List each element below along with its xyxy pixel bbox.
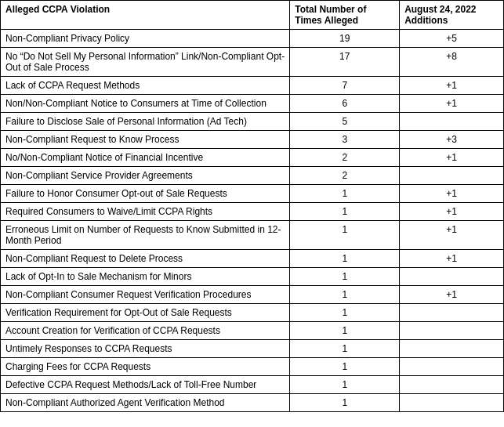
additions-cell: +1 (400, 149, 504, 167)
violation-cell: Non-Compliant Service Provider Agreement… (1, 167, 290, 185)
additions-cell: +1 (400, 203, 504, 221)
violation-cell: Account Creation for Verification of CCP… (1, 322, 290, 340)
additions-cell: +1 (400, 185, 504, 203)
violation-cell: Non-Compliant Authorized Agent Verificat… (1, 394, 290, 412)
additions-cell: +1 (400, 221, 504, 250)
violation-cell: Required Consumers to Waive/Limit CCPA R… (1, 203, 290, 221)
total-cell: 1 (290, 221, 400, 250)
total-cell: 1 (290, 340, 400, 358)
total-cell: 1 (290, 185, 400, 203)
total-cell: 1 (290, 358, 400, 376)
table-row: Account Creation for Verification of CCP… (1, 322, 504, 340)
violation-cell: Failure to Honor Consumer Opt-out of Sal… (1, 185, 290, 203)
header-total: Total Number of Times Alleged (290, 1, 400, 30)
violation-cell: Lack of CCPA Request Methods (1, 77, 290, 95)
violation-cell: Lack of Opt-In to Sale Mechanism for Min… (1, 268, 290, 286)
violation-cell: Defective CCPA Request Methods/Lack of T… (1, 376, 290, 394)
additions-cell: +1 (400, 95, 504, 113)
additions-cell (400, 167, 504, 185)
violation-cell: Charging Fees for CCPA Requests (1, 358, 290, 376)
total-cell: 1 (290, 304, 400, 322)
table-row: No/Non-Compliant Notice of Financial Inc… (1, 149, 504, 167)
additions-cell (400, 340, 504, 358)
table-row: Charging Fees for CCPA Requests1 (1, 358, 504, 376)
total-cell: 1 (290, 286, 400, 304)
total-cell: 5 (290, 113, 400, 131)
total-cell: 19 (290, 30, 400, 48)
table-row: Non-Compliant Authorized Agent Verificat… (1, 394, 504, 412)
total-cell: 1 (290, 268, 400, 286)
ccpa-violations-table: Alleged CCPA Violation Total Number of T… (0, 0, 504, 412)
table-row: Failure to Honor Consumer Opt-out of Sal… (1, 185, 504, 203)
violation-cell: Erroneous Limit on Number of Requests to… (1, 221, 290, 250)
additions-cell (400, 268, 504, 286)
violation-cell: Untimely Responses to CCPA Requests (1, 340, 290, 358)
table-row: Lack of CCPA Request Methods7+1 (1, 77, 504, 95)
additions-cell: +1 (400, 250, 504, 268)
additions-cell: +8 (400, 48, 504, 77)
table-row: No “Do Not Sell My Personal Information”… (1, 48, 504, 77)
table-row: Verification Requirement for Opt-Out of … (1, 304, 504, 322)
total-cell: 1 (290, 376, 400, 394)
additions-cell: +5 (400, 30, 504, 48)
table-row: Failure to Disclose Sale of Personal Inf… (1, 113, 504, 131)
additions-cell (400, 394, 504, 412)
table-row: Required Consumers to Waive/Limit CCPA R… (1, 203, 504, 221)
violation-cell: Non-Compliant Request to Know Process (1, 131, 290, 149)
table-row: Erroneous Limit on Number of Requests to… (1, 221, 504, 250)
table-row: Non/Non-Compliant Notice to Consumers at… (1, 95, 504, 113)
total-cell: 1 (290, 250, 400, 268)
total-cell: 1 (290, 394, 400, 412)
total-cell: 17 (290, 48, 400, 77)
violation-cell: Non-Compliant Consumer Request Verificat… (1, 286, 290, 304)
additions-cell (400, 322, 504, 340)
violation-cell: No “Do Not Sell My Personal Information”… (1, 48, 290, 77)
additions-cell (400, 304, 504, 322)
violation-cell: Failure to Disclose Sale of Personal Inf… (1, 113, 290, 131)
table-row: Non-Compliant Request to Know Process3+3 (1, 131, 504, 149)
additions-cell (400, 113, 504, 131)
total-cell: 1 (290, 203, 400, 221)
total-cell: 7 (290, 77, 400, 95)
additions-cell (400, 376, 504, 394)
violation-cell: Non-Compliant Privacy Policy (1, 30, 290, 48)
table-row: Lack of Opt-In to Sale Mechanism for Min… (1, 268, 504, 286)
table-row: Non-Compliant Consumer Request Verificat… (1, 286, 504, 304)
additions-cell: +3 (400, 131, 504, 149)
violation-cell: Verification Requirement for Opt-Out of … (1, 304, 290, 322)
violation-cell: Non-Compliant Request to Delete Process (1, 250, 290, 268)
table-row: Untimely Responses to CCPA Requests1 (1, 340, 504, 358)
additions-cell: +1 (400, 77, 504, 95)
additions-cell (400, 358, 504, 376)
total-cell: 3 (290, 131, 400, 149)
total-cell: 1 (290, 322, 400, 340)
table-row: Defective CCPA Request Methods/Lack of T… (1, 376, 504, 394)
total-cell: 6 (290, 95, 400, 113)
table-row: Non-Compliant Request to Delete Process1… (1, 250, 504, 268)
total-cell: 2 (290, 167, 400, 185)
additions-cell: +1 (400, 286, 504, 304)
total-cell: 2 (290, 149, 400, 167)
table-row: Non-Compliant Service Provider Agreement… (1, 167, 504, 185)
violation-cell: Non/Non-Compliant Notice to Consumers at… (1, 95, 290, 113)
violation-cell: No/Non-Compliant Notice of Financial Inc… (1, 149, 290, 167)
table-row: Non-Compliant Privacy Policy19+5 (1, 30, 504, 48)
header-additions: August 24, 2022 Additions (400, 1, 504, 30)
header-violation: Alleged CCPA Violation (1, 1, 290, 30)
